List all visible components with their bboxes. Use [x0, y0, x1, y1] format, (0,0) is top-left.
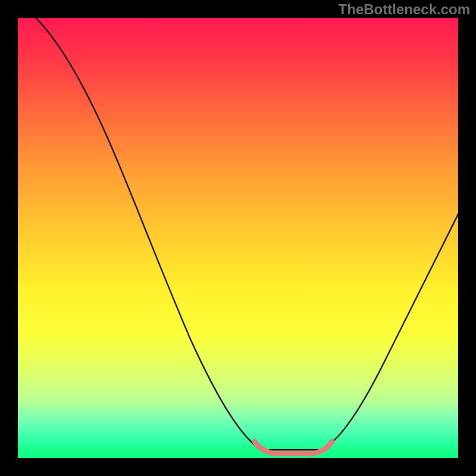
main-curve-line: [36, 18, 458, 450]
watermark-text: TheBottleneck.com: [339, 1, 470, 18]
trough-highlight-line: [255, 441, 332, 453]
plot-area: [18, 18, 458, 458]
chart-frame: TheBottleneck.com: [0, 0, 476, 476]
curve-overlay: [18, 18, 458, 458]
